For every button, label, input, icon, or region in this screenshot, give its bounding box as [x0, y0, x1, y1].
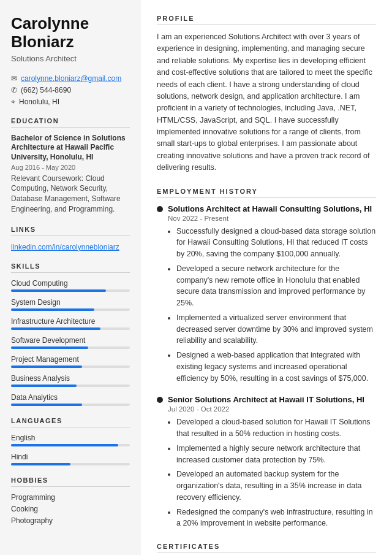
- skill-bar-bg: [11, 308, 130, 311]
- job-bullet: Implemented a virtualized server environ…: [176, 312, 376, 346]
- languages-title: LANGUAGES: [11, 417, 130, 427]
- job-title: Senior Solutions Architect at Hawaii IT …: [168, 395, 364, 404]
- language-bar-fill: [11, 444, 118, 446]
- education-section: EDUCATION Bachelor of Science in Solutio…: [11, 117, 130, 215]
- skill-name: Data Analytics: [11, 393, 130, 402]
- skill-item: Business Analysis: [11, 374, 130, 387]
- location-icon: ⌖: [11, 98, 15, 106]
- job-date: Jul 2020 - Oct 2022: [168, 405, 376, 413]
- job-bullets: Developed a cloud-based solution for Haw…: [168, 416, 376, 529]
- linkedin-link[interactable]: linkedin.com/in/carolynnebloniarz: [11, 243, 119, 251]
- language-bar-bg: [11, 444, 130, 446]
- job-title: Solutions Architect at Hawaii Consulting…: [168, 204, 372, 213]
- job-header: Senior Solutions Architect at Hawaii IT …: [157, 395, 376, 404]
- skill-name: Business Analysis: [11, 374, 130, 383]
- contact-location: ⌖ Honolulu, HI: [11, 98, 130, 106]
- skill-name: Software Development: [11, 336, 130, 345]
- skills-section: SKILLS Cloud Computing System Design Inf…: [11, 262, 130, 406]
- language-bar-fill: [11, 463, 70, 465]
- phone-icon: ✆: [11, 86, 17, 94]
- sidebar: Carolynne Bloniarz Solutions Architect ✉…: [0, 0, 141, 555]
- language-name: Hindi: [11, 453, 130, 461]
- job-dot: [157, 206, 163, 212]
- skill-item: Cloud Computing: [11, 279, 130, 292]
- skill-bar-fill: [11, 289, 106, 292]
- skill-bar-bg: [11, 346, 130, 349]
- skill-item: Data Analytics: [11, 393, 130, 406]
- job-bullet: Redesigned the company's web infrastruct…: [176, 507, 376, 530]
- skill-name: System Design: [11, 298, 130, 307]
- job-bullets: Successfully designed a cloud-based data…: [168, 226, 376, 385]
- language-name: English: [11, 434, 130, 442]
- profile-text: I am an experienced Solutions Architect …: [157, 31, 376, 174]
- job-item: Solutions Architect at Hawaii Consulting…: [157, 204, 376, 385]
- job-dot: [157, 397, 163, 403]
- candidate-title: Solutions Architect: [11, 54, 130, 63]
- skill-item: System Design: [11, 298, 130, 311]
- skill-name: Infrastructure Architecture: [11, 317, 130, 326]
- skill-bar-fill: [11, 366, 82, 368]
- location-text: Honolulu, HI: [19, 98, 59, 106]
- job-date: Nov 2022 - Present: [168, 215, 376, 222]
- linkedin-link-item: linkedin.com/in/carolynnebloniarz: [11, 242, 130, 251]
- skill-item: Project Management: [11, 355, 130, 368]
- skill-name: Cloud Computing: [11, 279, 130, 288]
- language-bar-bg: [11, 463, 130, 465]
- contact-phone: ✆ (662) 544-8690: [11, 86, 130, 94]
- hobbies-section: HOBBIES ProgrammingCookingPhotography: [11, 477, 130, 525]
- profile-section: PROFILE I am an experienced Solutions Ar…: [157, 15, 376, 174]
- main-content: PROFILE I am an experienced Solutions Ar…: [141, 0, 392, 555]
- skill-name: Project Management: [11, 355, 130, 364]
- phone-text: (662) 544-8690: [21, 86, 71, 94]
- profile-title: PROFILE: [157, 15, 376, 25]
- contact-section: ✉ carolynne.bloniarz@gmail.com ✆ (662) 5…: [11, 74, 130, 106]
- contact-email: ✉ carolynne.bloniarz@gmail.com: [11, 74, 130, 83]
- skill-bar-bg: [11, 385, 130, 387]
- skill-bar-fill: [11, 308, 94, 311]
- skill-item: Infrastructure Architecture: [11, 317, 130, 330]
- hobby-item: Cooking: [11, 505, 130, 513]
- links-section: LINKS linkedin.com/in/carolynnebloniarz: [11, 226, 130, 251]
- employment-section: EMPLOYMENT HISTORY Solutions Architect a…: [157, 188, 376, 530]
- language-item: English: [11, 434, 130, 446]
- job-item: Senior Solutions Architect at Hawaii IT …: [157, 395, 376, 529]
- skill-bar-fill: [11, 385, 77, 387]
- edu-dates: Aug 2016 - May 2020: [11, 164, 130, 171]
- job-bullet: Developed an automated backup system for…: [176, 469, 376, 503]
- skill-bar-bg: [11, 366, 130, 368]
- skills-title: SKILLS: [11, 262, 130, 273]
- job-bullet: Successfully designed a cloud-based data…: [176, 226, 376, 260]
- language-item: Hindi: [11, 453, 130, 465]
- certificates-section: CERTIFICATES AWS Certified Solutions Arc…: [157, 543, 376, 555]
- email-link[interactable]: carolynne.bloniarz@gmail.com: [21, 74, 121, 83]
- skill-bar-bg: [11, 327, 130, 330]
- edu-coursework: Relevant Coursework: Cloud Computing, Ne…: [11, 174, 130, 215]
- education-title: EDUCATION: [11, 117, 130, 128]
- hobby-item: Programming: [11, 493, 130, 502]
- skill-bar-fill: [11, 346, 88, 349]
- job-bullet: Implemented a highly secure network arch…: [176, 443, 376, 466]
- candidate-name: Carolynne Bloniarz: [11, 15, 130, 52]
- job-bullet: Designed a web-based application that in…: [176, 350, 376, 384]
- hobbies-title: HOBBIES: [11, 477, 130, 487]
- skill-bar-bg: [11, 404, 130, 406]
- skill-bar-fill: [11, 404, 82, 406]
- job-bullet: Developed a cloud-based solution for Haw…: [176, 416, 376, 440]
- hobby-item: Photography: [11, 516, 130, 525]
- employment-title: EMPLOYMENT HISTORY: [157, 188, 376, 198]
- email-icon: ✉: [11, 74, 17, 83]
- skill-bar-bg: [11, 289, 130, 292]
- certificates-title: CERTIFICATES: [157, 543, 376, 553]
- languages-section: LANGUAGES English Hindi: [11, 417, 130, 465]
- links-title: LINKS: [11, 226, 130, 236]
- job-bullet: Developed a secure network architecture …: [176, 263, 376, 309]
- job-header: Solutions Architect at Hawaii Consulting…: [157, 204, 376, 213]
- skill-bar-fill: [11, 327, 100, 330]
- skill-item: Software Development: [11, 336, 130, 349]
- edu-degree: Bachelor of Science in Solutions Archite…: [11, 134, 130, 163]
